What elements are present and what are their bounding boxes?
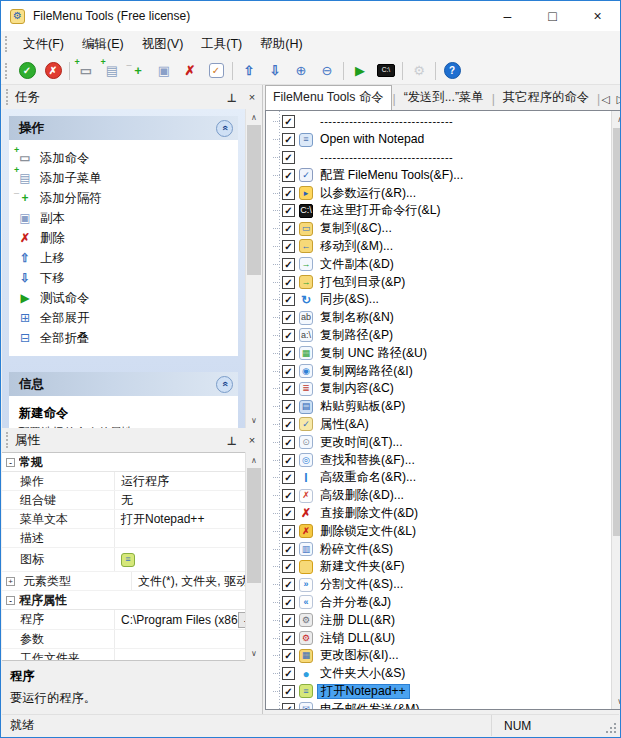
property-row-program[interactable]: 程序C:\Program Files (x86... bbox=[2, 610, 245, 630]
help-button[interactable]: ? bbox=[439, 59, 465, 83]
tree-item[interactable]: ✓≡Open with Notepad bbox=[266, 131, 611, 149]
tree-item-checkbox[interactable]: ✓ bbox=[282, 276, 295, 289]
tree-item[interactable]: ✓新建文件夹(&F) bbox=[266, 558, 611, 576]
tree-item-label[interactable]: 以参数运行(&R)... bbox=[317, 186, 419, 201]
tree-item-checkbox[interactable]: ✓ bbox=[282, 204, 295, 217]
tree-item-checkbox[interactable]: ✓ bbox=[282, 151, 295, 164]
tree-item-checkbox[interactable]: ✓ bbox=[282, 400, 295, 413]
collapse-icon[interactable]: - bbox=[6, 458, 15, 467]
tree-item[interactable]: ✓◎查找和替换(&F)... bbox=[266, 451, 611, 469]
tree-item-label[interactable]: 在这里打开命令行(&L) bbox=[317, 203, 444, 218]
move-down-button[interactable]: ⇩ bbox=[262, 59, 288, 83]
property-value[interactable] bbox=[114, 649, 245, 661]
tree-item-label[interactable]: 文件副本(&D) bbox=[317, 257, 397, 272]
tree-item-label[interactable]: 复制名称(&N) bbox=[317, 310, 397, 325]
tree-item-label[interactable]: 粉碎文件(&S) bbox=[317, 542, 396, 557]
tree-item[interactable]: ✓●文件夹大小(&S) bbox=[266, 665, 611, 683]
tree-item[interactable]: ✓←移动到(&M)... bbox=[266, 238, 611, 256]
tree-item-label[interactable]: -------------------------------- bbox=[317, 150, 456, 165]
tab-other-programs-commands[interactable]: 其它程序的命令 bbox=[496, 86, 596, 110]
tree-item[interactable]: ✓▦更改图标(&I)... bbox=[266, 647, 611, 665]
task-move-down[interactable]: ⇩下移 bbox=[18, 268, 234, 288]
property-row-hotkey[interactable]: 组合键无 bbox=[2, 491, 245, 510]
tree-item-checkbox[interactable]: ✓ bbox=[282, 365, 295, 378]
property-value[interactable]: 无 bbox=[114, 491, 245, 509]
command-line-button[interactable]: C:\ bbox=[373, 59, 399, 83]
property-row-menu-text[interactable]: 菜单文本打开Notepad++ bbox=[2, 510, 245, 529]
tree-item[interactable]: ✓▦复制 UNC 路径(&U) bbox=[266, 344, 611, 362]
tree-item-checkbox[interactable]: ✓ bbox=[282, 258, 295, 271]
tree-item-label[interactable]: 同步(&S)... bbox=[317, 292, 382, 307]
tree-item-label[interactable]: 高级重命名(&R)... bbox=[317, 470, 419, 485]
tree-item-checkbox[interactable]: ✓ bbox=[282, 240, 295, 253]
tree-item-checkbox[interactable]: ✓ bbox=[282, 649, 295, 662]
tree-item-label[interactable]: 新建文件夹(&F) bbox=[317, 559, 408, 574]
tree-item[interactable]: ✓→打包到目录(&P) bbox=[266, 273, 611, 291]
scroll-down-icon[interactable]: ∨ bbox=[246, 645, 262, 661]
duplicate-button[interactable]: ▣ bbox=[151, 59, 177, 83]
tree-item-checkbox[interactable]: ✓ bbox=[282, 311, 295, 324]
tree-item-checkbox[interactable]: ✓ bbox=[282, 543, 295, 556]
tree-item-label[interactable]: 删除锁定文件(&L) bbox=[317, 524, 419, 539]
tree-item[interactable]: ✓✗直接删除文件(&D) bbox=[266, 505, 611, 523]
property-value[interactable] bbox=[114, 630, 245, 648]
properties-pin-button[interactable]: ⊤ bbox=[222, 430, 242, 450]
expand-all-button[interactable]: ⊕ bbox=[288, 59, 314, 83]
property-value[interactable]: 文件(*), 文件夹, 驱动器 bbox=[131, 572, 245, 590]
tree-item-checkbox[interactable]: ✓ bbox=[282, 596, 295, 609]
task-move-up[interactable]: ⇧上移 bbox=[18, 248, 234, 268]
properties-close-button[interactable]: × bbox=[242, 430, 262, 450]
tree-item-checkbox[interactable]: ✓ bbox=[282, 632, 295, 645]
tree-item[interactable]: ✓⚙注册 DLL(&R) bbox=[266, 611, 611, 629]
menu-tools[interactable]: 工具(T) bbox=[192, 31, 251, 57]
menu-view[interactable]: 视图(V) bbox=[133, 31, 193, 57]
expand-icon[interactable]: + bbox=[6, 577, 15, 586]
tree-item-label[interactable]: 复制到(&C)... bbox=[317, 221, 395, 236]
minimize-button[interactable]: – bbox=[485, 1, 530, 31]
tree-item-label[interactable]: -------------------------------- bbox=[317, 114, 456, 129]
tree-item[interactable]: ✓→文件副本(&D) bbox=[266, 255, 611, 273]
tree-item-label[interactable]: 电子邮件发送(&M) bbox=[317, 702, 423, 709]
tree-item-label[interactable]: 打开Notepad++ bbox=[317, 684, 410, 699]
tree-item-checkbox[interactable]: ✓ bbox=[282, 471, 295, 484]
tree-item-label[interactable]: 复制 UNC 路径(&U) bbox=[317, 346, 430, 361]
tree-item-checkbox[interactable]: ✓ bbox=[282, 187, 295, 200]
property-row-icon[interactable]: 图标≡ bbox=[2, 548, 245, 572]
test-command-button[interactable]: ✓ bbox=[203, 59, 229, 83]
collapse-group-button[interactable]: « bbox=[216, 120, 233, 137]
scroll-up-icon[interactable]: ∧ bbox=[246, 452, 262, 468]
tree-item[interactable]: ✓≡打开Notepad++ bbox=[266, 683, 611, 701]
tree-item-checkbox[interactable]: ✓ bbox=[282, 418, 295, 431]
tree-item[interactable]: ✓ab复制名称(&N) bbox=[266, 309, 611, 327]
tree-item-label[interactable]: 复制内容(&C) bbox=[317, 381, 397, 396]
property-row-arguments[interactable]: 参数 bbox=[2, 630, 245, 649]
tree-item-label[interactable]: 直接删除文件(&D) bbox=[317, 506, 421, 521]
tree-scroll-track[interactable] bbox=[612, 127, 621, 693]
tree-item-label[interactable]: 属性(&A) bbox=[317, 417, 372, 432]
tree-item[interactable]: ✓▤粘贴剪贴板(&P) bbox=[266, 398, 611, 416]
resize-grip[interactable] bbox=[603, 720, 617, 734]
tree-item[interactable]: ✓≣复制内容(&C) bbox=[266, 380, 611, 398]
tree-item-checkbox[interactable]: ✓ bbox=[282, 133, 295, 146]
tree-item-label[interactable]: 合并分卷(&J) bbox=[317, 595, 394, 610]
tree-item[interactable]: ✓✓属性(&A) bbox=[266, 416, 611, 434]
property-value[interactable]: ≡ bbox=[114, 548, 245, 571]
tree-item[interactable]: ✓▭复制到(&C)... bbox=[266, 220, 611, 238]
property-row-description[interactable]: 描述 bbox=[2, 529, 245, 548]
tree-item[interactable]: ✓✉电子邮件发送(&M) bbox=[266, 700, 611, 709]
task-collapse-all[interactable]: ⊟全部折叠 bbox=[18, 328, 234, 348]
tab-scroll-right-icon[interactable]: ▷ bbox=[617, 93, 621, 106]
property-row-general[interactable]: -常规 bbox=[2, 453, 245, 472]
tree-item-checkbox[interactable]: ✓ bbox=[282, 685, 295, 698]
tree-item[interactable]: ✓▸以参数运行(&R)... bbox=[266, 184, 611, 202]
tree-item-checkbox[interactable]: ✓ bbox=[282, 560, 295, 573]
tree-item-checkbox[interactable]: ✓ bbox=[282, 667, 295, 680]
move-up-button[interactable]: ⇧ bbox=[236, 59, 262, 83]
property-row-working-folder[interactable]: 工作文件夹 bbox=[2, 649, 245, 661]
scroll-up-icon[interactable]: ∧ bbox=[612, 111, 621, 127]
properties-scroll-track[interactable] bbox=[246, 468, 262, 645]
property-value[interactable] bbox=[114, 529, 245, 547]
tree-item-checkbox[interactable]: ✓ bbox=[282, 578, 295, 591]
tree-item-checkbox[interactable]: ✓ bbox=[282, 382, 295, 395]
tree-item[interactable]: ✓⊙更改时间(&T)... bbox=[266, 433, 611, 451]
